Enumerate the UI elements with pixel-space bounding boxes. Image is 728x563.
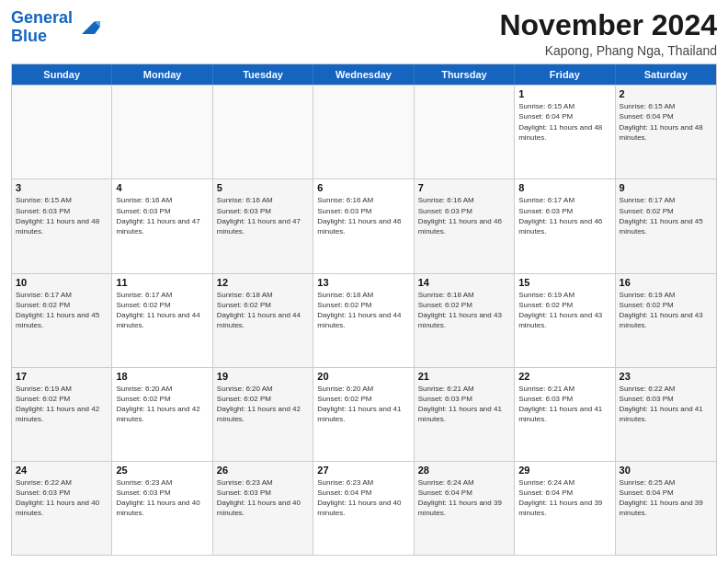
day-info: Sunrise: 6:18 AMSunset: 6:02 PMDaylight:… (217, 290, 309, 331)
day-number: 7 (418, 182, 510, 193)
day-info: Sunrise: 6:19 AMSunset: 6:02 PMDaylight:… (620, 290, 712, 331)
day-info: Sunrise: 6:17 AMSunset: 6:02 PMDaylight:… (116, 290, 208, 331)
calendar-cell: 7Sunrise: 6:16 AMSunset: 6:03 PMDaylight… (415, 179, 515, 272)
calendar-cell: 29Sunrise: 6:24 AMSunset: 6:04 PMDayligh… (515, 462, 615, 555)
day-number: 26 (217, 465, 309, 476)
calendar-cell: 16Sunrise: 6:19 AMSunset: 6:02 PMDayligh… (616, 274, 716, 367)
day-number: 22 (518, 371, 610, 382)
day-info: Sunrise: 6:24 AMSunset: 6:04 PMDaylight:… (418, 477, 510, 519)
calendar-cell (213, 86, 313, 178)
calendar-cell: 4Sunrise: 6:16 AMSunset: 6:03 PMDaylight… (112, 179, 212, 272)
day-info: Sunrise: 6:25 AMSunset: 6:04 PMDaylight:… (620, 477, 712, 519)
calendar-cell (313, 86, 414, 178)
calendar-cell (12, 86, 112, 178)
calendar-cell: 14Sunrise: 6:18 AMSunset: 6:02 PMDayligh… (415, 274, 515, 367)
calendar-cell: 8Sunrise: 6:17 AMSunset: 6:03 PMDaylight… (515, 179, 615, 272)
day-info: Sunrise: 6:20 AMSunset: 6:02 PMDaylight:… (217, 384, 309, 425)
day-number: 21 (418, 371, 510, 382)
day-number: 6 (317, 182, 409, 193)
day-info: Sunrise: 6:16 AMSunset: 6:03 PMDaylight:… (116, 195, 208, 236)
logo-line1: General (11, 9, 73, 28)
day-info: Sunrise: 6:16 AMSunset: 6:03 PMDaylight:… (217, 195, 309, 236)
calendar-cell: 15Sunrise: 6:19 AMSunset: 6:02 PMDayligh… (515, 274, 615, 367)
logo-icon (74, 14, 102, 41)
calendar-cell: 30Sunrise: 6:25 AMSunset: 6:04 PMDayligh… (616, 462, 716, 555)
day-of-week-header: Wednesday (313, 64, 414, 85)
day-number: 18 (116, 371, 208, 382)
calendar-week: 10Sunrise: 6:17 AMSunset: 6:02 PMDayligh… (12, 273, 716, 367)
day-number: 15 (518, 277, 610, 288)
title-area: November 2024 Kapong, Phang Nga, Thailan… (499, 9, 717, 58)
day-number: 10 (16, 277, 108, 288)
day-info: Sunrise: 6:17 AMSunset: 6:02 PMDaylight:… (16, 290, 108, 331)
day-info: Sunrise: 6:24 AMSunset: 6:04 PMDaylight:… (518, 477, 610, 519)
day-of-week-header: Friday (515, 64, 615, 85)
day-number: 28 (418, 465, 510, 476)
day-info: Sunrise: 6:23 AMSunset: 6:03 PMDaylight:… (217, 477, 309, 519)
day-of-week-header: Sunday (12, 64, 112, 85)
calendar-cell: 9Sunrise: 6:17 AMSunset: 6:02 PMDaylight… (616, 179, 716, 272)
day-info: Sunrise: 6:21 AMSunset: 6:03 PMDaylight:… (518, 384, 610, 425)
day-number: 5 (217, 182, 309, 193)
calendar-cell: 21Sunrise: 6:21 AMSunset: 6:03 PMDayligh… (415, 368, 515, 461)
calendar-week: 24Sunrise: 6:22 AMSunset: 6:03 PMDayligh… (12, 461, 716, 555)
header: General Blue November 2024 Kapong, Phang… (11, 9, 717, 58)
logo-area: General Blue (11, 9, 102, 46)
calendar-cell: 25Sunrise: 6:23 AMSunset: 6:03 PMDayligh… (112, 462, 212, 555)
page: General Blue November 2024 Kapong, Phang… (0, 0, 728, 563)
day-of-week-header: Saturday (616, 64, 716, 85)
day-info: Sunrise: 6:20 AMSunset: 6:02 PMDaylight:… (317, 384, 409, 425)
calendar-cell: 26Sunrise: 6:23 AMSunset: 6:03 PMDayligh… (213, 462, 313, 555)
calendar-body: 1Sunrise: 6:15 AMSunset: 6:04 PMDaylight… (12, 85, 716, 555)
calendar-cell: 20Sunrise: 6:20 AMSunset: 6:02 PMDayligh… (313, 368, 414, 461)
logo-line2: Blue (11, 28, 73, 46)
day-info: Sunrise: 6:21 AMSunset: 6:03 PMDaylight:… (418, 384, 510, 425)
day-number: 13 (317, 277, 409, 288)
day-info: Sunrise: 6:22 AMSunset: 6:03 PMDaylight:… (16, 477, 108, 519)
calendar-cell: 18Sunrise: 6:20 AMSunset: 6:02 PMDayligh… (112, 368, 212, 461)
day-number: 12 (217, 277, 309, 288)
calendar-cell: 11Sunrise: 6:17 AMSunset: 6:02 PMDayligh… (112, 274, 212, 367)
day-info: Sunrise: 6:23 AMSunset: 6:03 PMDaylight:… (116, 477, 208, 519)
day-info: Sunrise: 6:16 AMSunset: 6:03 PMDaylight:… (418, 195, 510, 236)
day-number: 24 (16, 465, 108, 476)
day-of-week-header: Monday (112, 64, 212, 85)
day-number: 30 (620, 465, 712, 476)
day-number: 11 (116, 277, 208, 288)
calendar-cell: 19Sunrise: 6:20 AMSunset: 6:02 PMDayligh… (213, 368, 313, 461)
day-number: 16 (620, 277, 712, 288)
calendar-cell: 5Sunrise: 6:16 AMSunset: 6:03 PMDaylight… (213, 179, 313, 272)
calendar-cell: 24Sunrise: 6:22 AMSunset: 6:03 PMDayligh… (12, 462, 112, 555)
day-number: 20 (317, 371, 409, 382)
day-number: 8 (518, 182, 610, 193)
day-info: Sunrise: 6:18 AMSunset: 6:02 PMDaylight:… (418, 290, 510, 331)
day-info: Sunrise: 6:15 AMSunset: 6:04 PMDaylight:… (518, 101, 610, 143)
day-number: 23 (620, 371, 712, 382)
day-info: Sunrise: 6:16 AMSunset: 6:03 PMDaylight:… (317, 195, 409, 236)
calendar-week: 17Sunrise: 6:19 AMSunset: 6:02 PMDayligh… (12, 367, 716, 461)
calendar-cell (112, 86, 212, 178)
day-info: Sunrise: 6:15 AMSunset: 6:03 PMDaylight:… (16, 195, 108, 236)
day-info: Sunrise: 6:20 AMSunset: 6:02 PMDaylight:… (116, 384, 208, 425)
subtitle: Kapong, Phang Nga, Thailand (499, 43, 717, 58)
main-title: November 2024 (499, 9, 717, 41)
day-of-week-header: Thursday (415, 64, 515, 85)
calendar-header: SundayMondayTuesdayWednesdayThursdayFrid… (12, 64, 716, 85)
calendar-cell: 2Sunrise: 6:15 AMSunset: 6:04 PMDaylight… (616, 86, 716, 178)
day-number: 17 (16, 371, 108, 382)
day-info: Sunrise: 6:18 AMSunset: 6:02 PMDaylight:… (317, 290, 409, 331)
day-info: Sunrise: 6:19 AMSunset: 6:02 PMDaylight:… (518, 290, 610, 331)
day-number: 14 (418, 277, 510, 288)
day-info: Sunrise: 6:17 AMSunset: 6:02 PMDaylight:… (620, 195, 712, 236)
calendar-cell: 1Sunrise: 6:15 AMSunset: 6:04 PMDaylight… (515, 86, 615, 178)
calendar: SundayMondayTuesdayWednesdayThursdayFrid… (11, 63, 717, 556)
day-number: 25 (116, 465, 208, 476)
day-number: 29 (518, 465, 610, 476)
day-info: Sunrise: 6:17 AMSunset: 6:03 PMDaylight:… (518, 195, 610, 236)
calendar-cell: 17Sunrise: 6:19 AMSunset: 6:02 PMDayligh… (12, 368, 112, 461)
day-number: 2 (620, 88, 712, 99)
calendar-week: 3Sunrise: 6:15 AMSunset: 6:03 PMDaylight… (12, 178, 716, 272)
day-info: Sunrise: 6:19 AMSunset: 6:02 PMDaylight:… (16, 384, 108, 425)
day-number: 27 (317, 465, 409, 476)
calendar-cell: 13Sunrise: 6:18 AMSunset: 6:02 PMDayligh… (313, 274, 414, 367)
